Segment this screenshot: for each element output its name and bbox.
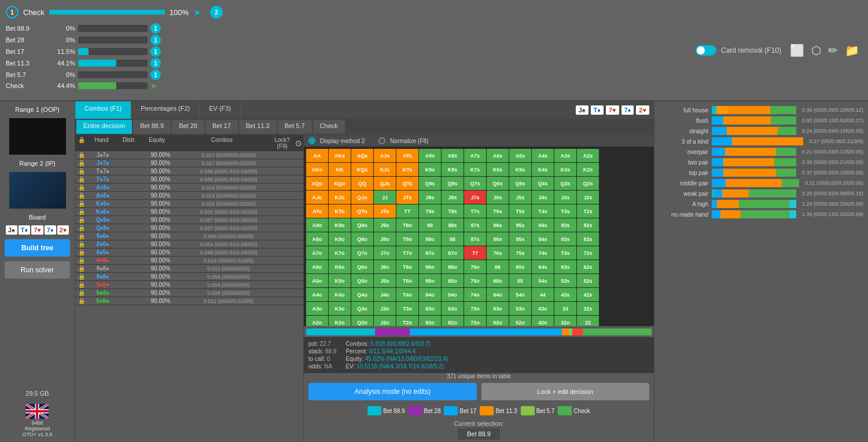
grid-cell-a3o[interactable]: A3o	[306, 302, 328, 315]
grid-cell-kqo[interactable]: KQo	[329, 177, 351, 190]
grid-cell-j8o[interactable]: J8o	[374, 232, 396, 246]
grid-cell-72s[interactable]: 72s	[577, 246, 599, 260]
grid-cell-t4o[interactable]: T4o	[396, 288, 418, 301]
grid-cell-j4s[interactable]: J4s	[532, 191, 554, 204]
grid-cell-77[interactable]: 77	[464, 246, 486, 260]
grid-cell-43o[interactable]: 43o	[532, 302, 554, 315]
grid-cell-62s[interactable]: 62s	[577, 260, 599, 273]
grid-cell-53s[interactable]: 53s	[554, 274, 576, 287]
grid-cell-k4o[interactable]: K4o	[329, 288, 351, 301]
grid-cell-a2s[interactable]: A2s	[577, 149, 599, 162]
grid-cell-88[interactable]: 88	[442, 232, 464, 246]
subtab-entire-decision[interactable]: Entire decision	[76, 120, 132, 134]
legend-item-bet-5.7[interactable]: Bet 5.7	[521, 406, 555, 415]
grid-cell-t7o[interactable]: T7o	[396, 246, 418, 260]
grid-cell-t9o[interactable]: T9o	[396, 218, 418, 232]
grid-cell-t8s[interactable]: T8s	[442, 204, 464, 218]
grid-cell-54o[interactable]: 54o	[509, 288, 531, 301]
grid-cell-t7s[interactable]: T7s	[464, 204, 486, 218]
grid-cell-65s[interactable]: 65s	[509, 260, 531, 273]
grid-cell-87s[interactable]: 87s	[464, 232, 486, 246]
table-row[interactable]: 🔒 9♦6♦ 90.00% 0.068 (0/0/0/0.05/0/0)	[75, 232, 303, 240]
grid-cell-k3o[interactable]: K3o	[329, 302, 351, 315]
grid-cell-ato[interactable]: ATo	[306, 204, 328, 218]
grid-cell-74s[interactable]: 74s	[532, 246, 554, 260]
grid-cell-76o[interactable]: 76o	[464, 260, 486, 273]
grid-cell-j2o[interactable]: J2o	[374, 316, 396, 326]
tab-percentages[interactable]: Percentages (F2)	[131, 101, 200, 119]
grid-cell-aqo[interactable]: AQo	[306, 177, 328, 190]
display-method-radio[interactable]	[308, 137, 315, 144]
normalize-radio[interactable]	[378, 137, 385, 144]
grid-cell-k7s[interactable]: K7s	[464, 163, 486, 176]
grid-cell-85o[interactable]: 85o	[442, 274, 464, 287]
lock-edit-button[interactable]: Lock + edit decision	[481, 383, 650, 400]
grid-cell-87o[interactable]: 87o	[442, 246, 464, 260]
legend-item-bet-28[interactable]: Bet 28	[409, 406, 441, 415]
grid-cell-32o[interactable]: 32o	[554, 316, 576, 326]
grid-cell-t3s[interactable]: T3s	[554, 204, 576, 218]
grid-cell-k3s[interactable]: K3s	[554, 163, 576, 176]
grid-cell-75o[interactable]: 75o	[464, 274, 486, 287]
grid-cell-j3s[interactable]: J3s	[554, 191, 576, 204]
grid-cell-a4s[interactable]: A4s	[532, 149, 554, 162]
grid-cell-kk[interactable]: KK	[329, 163, 351, 176]
grid-cell-42s[interactable]: 42s	[577, 288, 599, 301]
grid-cell-q4s[interactable]: Q4s	[532, 177, 554, 190]
grid-cell-t2s[interactable]: T2s	[577, 204, 599, 218]
grid-cell-82o[interactable]: 82o	[442, 316, 464, 326]
grid-cell-a5o[interactable]: A5o	[306, 274, 328, 287]
grid-cell-a7s[interactable]: A7s	[464, 149, 486, 162]
grid-cell-t9s[interactable]: T9s	[419, 204, 441, 218]
grid-cell-44[interactable]: 44	[532, 288, 554, 301]
tab-combos[interactable]: Combos (F1)	[75, 101, 131, 119]
grid-cell-q6s[interactable]: Q6s	[487, 177, 509, 190]
grid-cell-q9o[interactable]: Q9o	[351, 218, 373, 232]
subtab-bet-11.3[interactable]: Bet 11.3	[239, 120, 277, 134]
grid-cell-98o[interactable]: 98o	[419, 232, 441, 246]
grid-cell-q7s[interactable]: Q7s	[464, 177, 486, 190]
grid-cell-aqs[interactable]: AQs	[351, 149, 373, 162]
analysis-mode-button[interactable]: Analysis mode (no edits)	[308, 383, 477, 400]
grid-cell-75s[interactable]: 75s	[509, 246, 531, 260]
grid-cell-k4s[interactable]: K4s	[532, 163, 554, 176]
grid-cell-82s[interactable]: 82s	[577, 232, 599, 246]
edit-icon[interactable]: ✏	[828, 43, 838, 57]
grid-cell-93o[interactable]: 93o	[419, 302, 441, 315]
grid-cell-j6s[interactable]: J6s	[487, 191, 509, 204]
grid-cell-q6o[interactable]: Q6o	[351, 260, 373, 273]
build-tree-button[interactable]: Build tree	[5, 239, 70, 257]
table-row[interactable]: 🔒 K♦8♦ 90.00% 0.031 (0/0/0.01/0.02/0/0)	[75, 208, 303, 216]
grid-cell-q9s[interactable]: Q9s	[419, 177, 441, 190]
table-row[interactable]: 🔒 8♦6♦ 90.00% 0.054 (0/0/0.01/0.04/0/0)	[75, 240, 303, 249]
grid-cell-73s[interactable]: 73s	[554, 246, 576, 260]
subtab-bet-28[interactable]: Bet 28	[172, 120, 204, 134]
grid-cell-j5s[interactable]: J5s	[509, 191, 531, 204]
grid-cell-q3s[interactable]: Q3s	[554, 177, 576, 190]
subtab-bet-88.9[interactable]: Bet 88.9	[133, 120, 171, 134]
grid-cell-t4s[interactable]: T4s	[532, 204, 554, 218]
grid-cell-ats[interactable]: ATs	[396, 149, 418, 162]
grid-cell-66[interactable]: 66	[487, 260, 509, 273]
grid-cell-a5s[interactable]: A5s	[509, 149, 531, 162]
folder-icon[interactable]: 📁	[845, 43, 859, 57]
table-row[interactable]: 🔒 T♦7♠ 90.00% 0.036 (0/0/0.01/0.03/0/0)	[75, 176, 303, 184]
grid-cell-83o[interactable]: 83o	[442, 302, 464, 315]
grid-cell-q2s[interactable]: Q2s	[577, 177, 599, 190]
grid-cell-t3o[interactable]: T3o	[396, 302, 418, 315]
table-row[interactable]: 🔒 A♦8♦ 90.00% 0.013 (0/0/0/0/0.01/0/0)	[75, 192, 303, 200]
selection-value[interactable]: Bet 88.9	[458, 428, 500, 440]
grid-cell-k6s[interactable]: K6s	[487, 163, 509, 176]
grid-cell-a7o[interactable]: A7o	[306, 246, 328, 260]
table-row[interactable]: 🔒 8♦5♦ 90.00% 0.048 (0/0/0.01/0.04/0/0)	[75, 249, 303, 257]
grid-cell-qjo[interactable]: QJo	[351, 191, 373, 204]
grid-cell-j6o[interactable]: J6o	[374, 260, 396, 273]
grid-cell-92s[interactable]: 92s	[577, 218, 599, 232]
grid-cell-j7s[interactable]: J7s	[464, 191, 486, 204]
legend-item-bet-11.3[interactable]: Bet 11.3	[480, 406, 517, 415]
grid-cell-q5s[interactable]: Q5s	[509, 177, 531, 190]
grid-cell-42o[interactable]: 42o	[532, 316, 554, 326]
grid-cell-74o[interactable]: 74o	[464, 288, 486, 301]
table-row[interactable]: 🔒 9♦8♥ 90.00% 0.004 (0/0/0/0/0/0)	[75, 281, 303, 289]
grid-cell-43s[interactable]: 43s	[554, 288, 576, 301]
